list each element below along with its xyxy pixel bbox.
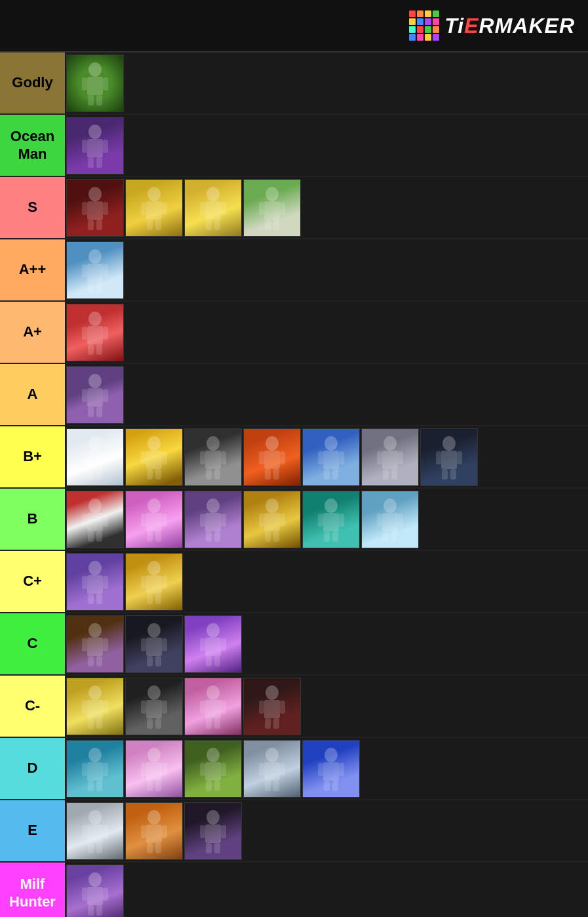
tier-label-d: D — [0, 738, 65, 799]
svg-rect-200 — [200, 763, 205, 776]
svg-rect-99 — [103, 514, 108, 527]
tier-items-cm — [65, 676, 588, 737]
tier-item-b-4 — [243, 491, 301, 548]
svg-rect-100 — [88, 531, 94, 542]
tier-label-ocean: Ocean Man — [0, 115, 65, 176]
logo-cell-4 — [433, 10, 439, 17]
svg-rect-88 — [383, 469, 389, 479]
svg-rect-142 — [147, 594, 153, 604]
svg-rect-11 — [96, 157, 102, 168]
logo-cell-2 — [417, 10, 423, 17]
char-svg-b-1 — [75, 497, 115, 542]
char-svg-s-4 — [252, 185, 292, 231]
svg-rect-68 — [200, 451, 205, 464]
svg-rect-123 — [339, 514, 344, 527]
char-svg-cm-2 — [134, 683, 174, 729]
svg-rect-23 — [155, 220, 161, 230]
svg-rect-183 — [280, 701, 285, 714]
svg-rect-85 — [382, 451, 398, 469]
tier-item-b-2 — [125, 491, 183, 548]
svg-point-48 — [88, 374, 102, 388]
tier-label-ap: A+ — [0, 302, 65, 363]
char-svg-c-3 — [193, 621, 233, 667]
logo-cell-10 — [417, 26, 423, 33]
svg-rect-4 — [88, 95, 94, 106]
tier-label-milf: Milf Hunter — [0, 863, 65, 917]
tier-label-bp: B+ — [0, 426, 65, 487]
svg-rect-53 — [96, 407, 102, 417]
svg-rect-119 — [273, 531, 279, 542]
svg-rect-58 — [88, 469, 94, 479]
svg-point-192 — [147, 748, 161, 762]
svg-rect-71 — [214, 469, 220, 479]
svg-rect-165 — [103, 701, 108, 714]
char-svg-d-4 — [252, 746, 292, 792]
svg-rect-31 — [264, 201, 280, 220]
svg-rect-105 — [162, 514, 167, 527]
logo-cell-1 — [409, 10, 416, 17]
svg-rect-212 — [318, 763, 323, 776]
char-svg-cm-3 — [193, 683, 233, 729]
svg-rect-170 — [141, 701, 146, 714]
tier-row-godly: Godly — [0, 52, 588, 115]
svg-rect-149 — [96, 656, 102, 666]
svg-rect-40 — [88, 282, 94, 293]
char-svg-ap-1 — [75, 310, 115, 356]
char-svg-a-1 — [75, 372, 115, 418]
tier-item-e-2 — [125, 802, 183, 860]
tier-item-bp-5 — [302, 428, 360, 486]
logo-cell-13 — [409, 34, 416, 41]
svg-rect-179 — [214, 718, 220, 729]
svg-rect-95 — [450, 469, 456, 479]
tier-item-d-1 — [66, 740, 124, 798]
tier-row-c: C — [0, 613, 588, 676]
svg-rect-218 — [82, 825, 87, 838]
svg-rect-154 — [147, 656, 153, 666]
svg-rect-46 — [88, 344, 94, 355]
svg-rect-221 — [96, 843, 102, 853]
svg-rect-195 — [162, 763, 167, 776]
tier-item-bp-3 — [184, 428, 242, 486]
svg-rect-207 — [280, 763, 285, 776]
logo-cell-3 — [425, 10, 431, 17]
svg-point-24 — [206, 187, 220, 201]
svg-rect-22 — [147, 220, 153, 230]
svg-rect-38 — [82, 264, 87, 277]
tier-item-c-1 — [66, 615, 124, 673]
svg-rect-69 — [221, 451, 226, 464]
tier-list: TiERMAKER Godly Ocean Man S — [0, 0, 588, 917]
tier-item-c-3 — [184, 615, 242, 673]
svg-rect-21 — [162, 202, 167, 215]
svg-rect-127 — [382, 513, 398, 531]
tier-item-s-4 — [243, 179, 301, 237]
char-svg-bp-7 — [429, 434, 469, 480]
svg-rect-158 — [200, 638, 205, 651]
svg-rect-187 — [87, 762, 103, 781]
svg-rect-226 — [147, 843, 153, 853]
char-svg-bp-4 — [252, 434, 292, 480]
svg-rect-213 — [339, 763, 344, 776]
char-svg-cp-1 — [75, 559, 115, 605]
svg-rect-13 — [87, 201, 103, 220]
char-svg-bp-2 — [134, 434, 174, 480]
tier-item-s-2 — [125, 179, 183, 237]
tier-item-s-1 — [66, 179, 124, 237]
svg-rect-184 — [265, 718, 271, 729]
svg-rect-81 — [339, 451, 344, 464]
svg-point-150 — [147, 623, 161, 638]
svg-rect-208 — [265, 781, 271, 791]
tier-item-cp-1 — [66, 553, 124, 611]
tier-items-milf — [65, 863, 588, 917]
svg-rect-98 — [82, 514, 87, 527]
logo-cell-6 — [417, 18, 423, 25]
logo-text: TiERMAKER — [444, 14, 575, 38]
svg-rect-117 — [280, 514, 285, 527]
svg-rect-26 — [200, 202, 205, 215]
tier-items-ap — [65, 302, 588, 363]
tier-item-cp-2 — [125, 553, 183, 611]
logo-cell-12 — [433, 26, 439, 33]
svg-rect-203 — [214, 781, 220, 791]
svg-rect-10 — [88, 157, 94, 168]
svg-rect-83 — [332, 469, 338, 479]
tier-item-e-3 — [184, 802, 242, 860]
